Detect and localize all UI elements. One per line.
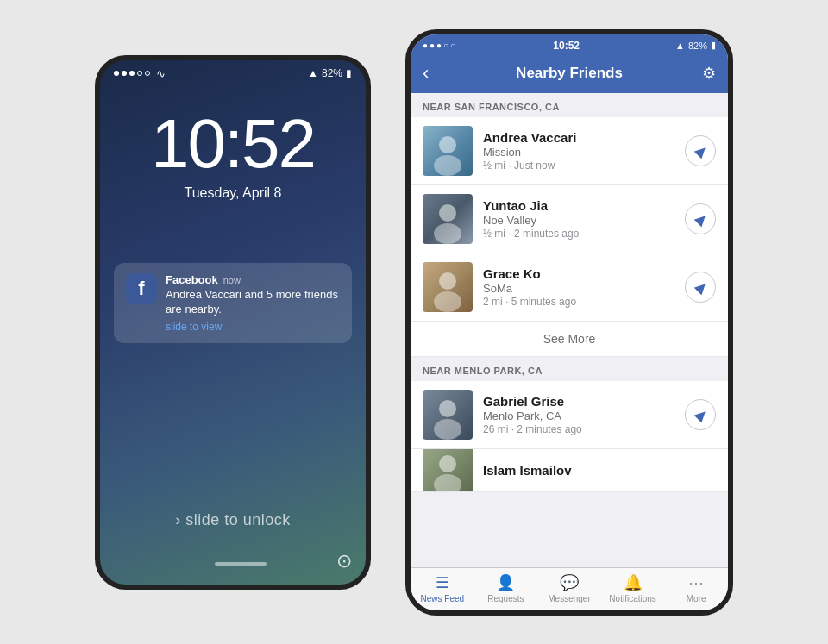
home-indicator — [215, 562, 267, 566]
friend-item-andrea[interactable]: Andrea Vaccari Mission ½ mi · Just now ▶ — [411, 117, 728, 185]
friend-distance-andrea: ½ mi · Just now — [483, 159, 674, 172]
svg-point-3 — [434, 223, 461, 244]
direction-icon-andrea: ▶ — [691, 141, 710, 160]
tab-news-feed[interactable]: ☰ News Feed — [417, 573, 468, 603]
camera-icon[interactable]: ⊙ — [336, 550, 352, 572]
direction-btn-yuntao[interactable]: ▶ — [685, 203, 716, 234]
direction-icon-gabriel: ▶ — [691, 405, 710, 424]
settings-button[interactable]: ⚙ — [690, 64, 716, 83]
notification-content: Facebook now Andrea Vaccari and 5 more f… — [166, 273, 340, 333]
friend-item-grace[interactable]: Grace Ko SoMa 2 mi · 5 minutes ago ▶ — [411, 253, 728, 322]
tab-messenger-label: Messenger — [548, 594, 590, 603]
tab-notifications[interactable]: 🔔 Notifications — [607, 573, 659, 603]
battery-icon: ▮ — [346, 67, 352, 79]
lock-screen-phone: ∿ ▲ 82% ▮ 10:52 Tuesday, April 8 f Faceb… — [95, 55, 371, 590]
svg-point-9 — [434, 474, 461, 492]
friend-info-islam: Islam Ismailov — [483, 463, 716, 478]
svg-point-2 — [439, 204, 456, 222]
svg-point-5 — [434, 291, 461, 312]
notification-card[interactable]: f Facebook now Andrea Vaccari and 5 more… — [114, 263, 352, 343]
slide-to-unlock[interactable]: › slide to unlock — [100, 497, 366, 543]
location-icon-right: ▲ — [675, 41, 685, 51]
svg-point-4 — [439, 272, 456, 290]
nearby-content: NEAR SAN FRANCISCO, CA Andrea Vaccari Mi… — [411, 93, 728, 567]
svg-point-6 — [439, 400, 456, 417]
phone-bottom-bar: ⊙ — [100, 543, 366, 585]
time-right: 10:52 — [553, 40, 580, 52]
news-feed-icon: ☰ — [436, 573, 449, 592]
friend-name-grace: Grace Ko — [483, 266, 674, 281]
friend-distance-yuntao: ½ mi · 2 minutes ago — [483, 228, 674, 240]
more-icon: ⋯ — [688, 573, 704, 592]
friend-location-grace: SoMa — [483, 282, 674, 295]
nearby-friends-phone: ●●●○○ 10:52 ▲ 82% ▮ ‹ Nearby Friends ⚙ N… — [405, 29, 733, 616]
status-bar-right: ●●●○○ 10:52 ▲ 82% ▮ — [411, 34, 728, 55]
direction-btn-grace[interactable]: ▶ — [685, 272, 716, 303]
requests-icon: 👤 — [496, 573, 515, 592]
direction-btn-andrea[interactable]: ▶ — [685, 135, 716, 166]
notification-time: now — [223, 275, 241, 285]
svg-point-0 — [439, 136, 456, 153]
notification-body: Andrea Vaccari and 5 more friends are ne… — [166, 288, 340, 317]
notification-app-name: Facebook — [166, 273, 218, 286]
signal-dot-4 — [137, 71, 142, 76]
avatar-gabriel — [423, 390, 473, 440]
friend-info-andrea: Andrea Vaccari Mission ½ mi · Just now — [483, 130, 674, 172]
friend-distance-grace: 2 mi · 5 minutes ago — [483, 296, 674, 308]
notification-title: Facebook now — [166, 273, 340, 286]
svg-point-1 — [434, 155, 461, 176]
tab-more[interactable]: ⋯ More — [670, 573, 722, 603]
friend-name-islam: Islam Ismailov — [483, 463, 716, 478]
battery-icon-right: ▮ — [711, 40, 716, 51]
tab-requests[interactable]: 👤 Requests — [480, 573, 531, 603]
friend-name-yuntao: Yuntao Jia — [483, 198, 674, 213]
tab-bar: ☰ News Feed 👤 Requests 💬 Messenger 🔔 Not… — [411, 567, 728, 610]
avatar-andrea — [423, 126, 473, 176]
tab-messenger[interactable]: 💬 Messenger — [543, 573, 595, 603]
avatar-yuntao — [423, 194, 473, 244]
friend-item-gabriel[interactable]: Gabriel Grise Menlo Park, CA 26 mi · 2 m… — [411, 381, 728, 449]
facebook-app-icon: f — [126, 273, 157, 304]
avatar-placeholder — [423, 126, 473, 176]
direction-btn-gabriel[interactable]: ▶ — [685, 399, 716, 430]
friend-info-grace: Grace Ko SoMa 2 mi · 5 minutes ago — [483, 266, 674, 308]
friend-location-gabriel: Menlo Park, CA — [483, 410, 674, 422]
notification-slide-label: slide to view — [166, 321, 340, 333]
friend-name-gabriel: Gabriel Grise — [483, 394, 674, 409]
lock-time: 10:52 — [151, 109, 315, 178]
lock-date: Tuesday, April 8 — [185, 185, 282, 201]
signal-dots-right: ●●●○○ — [423, 41, 457, 50]
signal-dot-3 — [129, 71, 135, 76]
lock-time-area: 10:52 Tuesday, April 8 — [100, 84, 366, 247]
tab-news-feed-label: News Feed — [421, 594, 465, 603]
signal-dot-2 — [122, 71, 127, 76]
avatar-grace — [423, 262, 473, 312]
friend-item-yuntao[interactable]: Yuntao Jia Noe Valley ½ mi · 2 minutes a… — [411, 185, 728, 253]
see-more-sf[interactable]: See More — [411, 322, 728, 357]
back-button[interactable]: ‹ — [423, 62, 448, 84]
tab-more-label: More — [687, 594, 706, 603]
avatar-islam — [423, 449, 473, 492]
friend-name-andrea: Andrea Vaccari — [483, 130, 674, 145]
svg-point-7 — [434, 419, 461, 440]
location-icon: ▲ — [308, 67, 318, 79]
signal-dot-1 — [114, 71, 119, 76]
friend-info-yuntao: Yuntao Jia Noe Valley ½ mi · 2 minutes a… — [483, 198, 674, 240]
page-title: Nearby Friends — [448, 65, 690, 82]
friend-location-yuntao: Noe Valley — [483, 214, 674, 227]
section-header-sf: NEAR SAN FRANCISCO, CA — [411, 93, 728, 117]
wifi-icon: ∿ — [156, 67, 166, 80]
direction-icon-yuntao: ▶ — [691, 209, 710, 228]
messenger-icon: 💬 — [560, 573, 579, 592]
friend-distance-gabriel: 26 mi · 2 minutes ago — [483, 423, 674, 435]
battery-right: 82% — [688, 41, 707, 51]
friend-item-islam[interactable]: Islam Ismailov — [411, 449, 728, 492]
signal-dot-5 — [145, 71, 150, 76]
status-bar-left: ∿ ▲ 82% ▮ — [100, 60, 366, 84]
svg-point-8 — [439, 455, 456, 472]
direction-icon-grace: ▶ — [691, 278, 710, 297]
friend-info-gabriel: Gabriel Grise Menlo Park, CA 26 mi · 2 m… — [483, 394, 674, 435]
tab-notifications-label: Notifications — [609, 594, 656, 603]
section-header-menlo: NEAR MENLO PARK, CA — [411, 357, 728, 381]
signal-indicator: ∿ — [114, 67, 166, 80]
